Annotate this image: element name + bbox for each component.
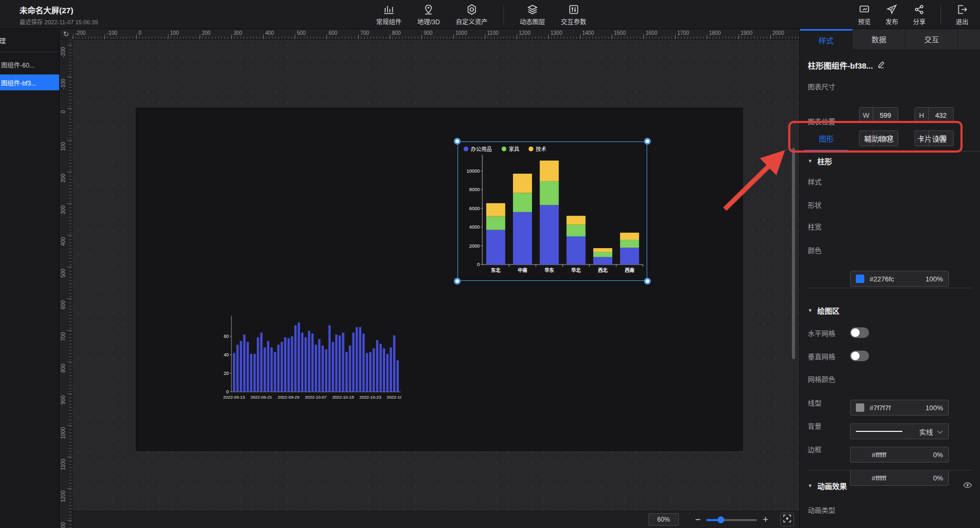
layers-icon <box>527 4 538 15</box>
subtab-card-settings[interactable]: 卡片设置 <box>906 125 958 151</box>
svg-text:华东: 华东 <box>545 267 554 273</box>
tab-style[interactable]: 样式 <box>800 29 853 49</box>
h-grid-label: 水平网格 <box>808 328 850 338</box>
bar-chart-icon <box>383 4 395 15</box>
subtab-graphic[interactable]: 图形 <box>800 125 853 151</box>
resize-handle-bottom-left[interactable] <box>454 278 461 285</box>
layer-item-label: 图组件-bf3... <box>1 78 36 87</box>
color-swatch[interactable] <box>856 275 864 283</box>
preview-button[interactable]: 预览 <box>858 4 871 26</box>
zoom-slider[interactable] <box>706 516 757 523</box>
component-name-row: 柱形图组件-bf38... <box>808 60 885 71</box>
exit-icon <box>956 4 968 15</box>
style-subtabs: 图形 辅助信息 卡片设置 <box>800 125 980 152</box>
background-label: 背景 <box>808 421 850 431</box>
component-name: 柱形图组件-bf38... <box>808 60 873 71</box>
svg-text:2022-09-29: 2022-09-29 <box>278 395 300 400</box>
svg-text:6000: 6000 <box>469 206 480 211</box>
edit-pencil-icon[interactable] <box>878 61 885 70</box>
color-hex-value: #2276fc <box>870 275 894 283</box>
top-header: 未命名大屏(27) 最近保存 2022-11-07 15:06:39 常规组件 … <box>0 0 980 29</box>
sliders-icon <box>568 4 580 15</box>
svg-text:西北: 西北 <box>598 267 608 273</box>
horizontal-ruler: -200-10001002003004005006007008009001000… <box>72 29 799 40</box>
section-divider <box>808 470 972 470</box>
tab-filler <box>958 29 980 49</box>
layer-item-label: 图组件-60... <box>1 60 34 69</box>
toolbar-item-label: 地理/3D <box>417 17 440 26</box>
grid-color-row: 网格颜色 <box>808 371 972 386</box>
toolbar-geo-3d[interactable]: 地理/3D <box>417 4 440 26</box>
bar-style-label: 样式 <box>808 176 850 186</box>
action-label: 预览 <box>858 17 871 26</box>
layer-panel-header: 理 <box>0 29 59 52</box>
toolbar-dynamic-layers[interactable]: 动态图层 <box>520 4 545 26</box>
toolbar-item-label: 常规组件 <box>376 17 402 26</box>
panel-tabs: 样式 数据 交互 <box>800 29 980 49</box>
exit-button[interactable]: 退出 <box>956 4 968 26</box>
collapse-arrow-icon: ▼ <box>808 158 813 164</box>
share-button[interactable]: 分享 <box>913 4 926 26</box>
toolbar-item-label: 自定义资产 <box>456 17 488 26</box>
fit-screen-icon <box>783 514 791 525</box>
mini-bar-chart-component[interactable]: 02040602022-09-132022-09-212022-09-29202… <box>216 313 402 403</box>
bar-shape-label: 形状 <box>808 200 850 210</box>
eye-icon[interactable] <box>963 481 972 491</box>
plot-area-title: 绘图区 <box>817 305 839 316</box>
bar-width-label: 柱宽 <box>808 221 850 231</box>
toolbar-item-label: 动态图层 <box>520 17 545 26</box>
action-label: 分享 <box>913 17 926 26</box>
h-grid-toggle[interactable] <box>850 327 869 338</box>
resize-handle-bottom-right[interactable] <box>644 278 651 285</box>
zoom-in-button[interactable]: + <box>759 514 772 525</box>
svg-text:家具: 家具 <box>509 146 519 152</box>
publish-button[interactable]: 发布 <box>885 4 898 26</box>
svg-text:10000: 10000 <box>466 168 480 174</box>
editor-canvas[interactable]: 办公用品家具技术0200040006000800010000东北中南华东华北西北… <box>72 40 799 528</box>
toolbar-regular-components[interactable]: 常规组件 <box>376 4 402 26</box>
toolbar-item-label: 交互参数 <box>561 17 586 26</box>
canvas-bottom-bar: 60% − + <box>72 511 799 528</box>
layer-item-bar-chart-60[interactable]: 图组件-60... <box>0 56 59 72</box>
layer-panel: 理 图组件-60... 图组件-bf3... <box>0 29 60 528</box>
svg-text:2022-10-07: 2022-10-07 <box>305 395 326 400</box>
fit-to-screen-button[interactable] <box>780 513 794 526</box>
canvas-scrollbar[interactable] <box>792 148 795 359</box>
resize-handle-top-left[interactable] <box>454 138 461 145</box>
config-panel: 样式 数据 交互 柱形图组件-bf38... 图表尺寸 W 599 H 432 <box>799 29 980 528</box>
svg-text:2022-10-31: 2022-10-31 <box>387 395 402 400</box>
tab-data[interactable]: 数据 <box>853 29 906 49</box>
screen-title-block: 未命名大屏(27) 最近保存 2022-11-07 15:06:39 <box>20 4 98 26</box>
ruler-reset-icon[interactable]: ↻ <box>60 29 72 40</box>
animation-section-header[interactable]: ▼ 动画效果 <box>808 480 972 491</box>
bar-section-header[interactable]: ▼ 柱形 <box>808 156 832 166</box>
v-grid-toggle[interactable] <box>850 351 869 361</box>
svg-text:8000: 8000 <box>469 187 480 192</box>
plot-area-section-header[interactable]: ▼ 绘图区 <box>808 305 839 316</box>
toolbar-custom-assets[interactable]: 自定义资产 <box>456 4 488 26</box>
zoom-out-button[interactable]: − <box>692 514 704 525</box>
bar-color-picker[interactable]: #2276fc 100% <box>850 271 949 287</box>
header-actions: 预览 发布 分享 <box>858 0 968 29</box>
publish-icon <box>886 4 898 15</box>
svg-text:60: 60 <box>224 334 229 339</box>
zoom-slider-knob[interactable] <box>717 516 724 523</box>
subtab-auxiliary-info[interactable]: 辅助信息 <box>853 125 906 151</box>
v-grid-row: 垂直网格 <box>808 348 972 364</box>
grid-color-label: 网格颜色 <box>808 374 850 384</box>
background-row: 背景 <box>808 418 972 433</box>
v-grid-label: 垂直网格 <box>808 351 850 361</box>
resize-handle-top-right[interactable] <box>644 138 651 145</box>
toolbar-interaction-params[interactable]: 交互参数 <box>561 4 586 26</box>
chart-size-row: 图表尺寸 <box>808 78 972 94</box>
bar-width-row: 柱宽 <box>808 218 972 234</box>
tab-interaction[interactable]: 交互 <box>906 29 958 49</box>
stacked-bar-chart-component[interactable]: 办公用品家具技术0200040006000800010000东北中南华东华北西北… <box>458 142 647 281</box>
header-divider <box>940 5 941 24</box>
bar-shape-row: 形状 <box>808 196 972 212</box>
chart-position-label: 图表位置 <box>808 116 850 126</box>
layer-item-bar-chart-bf3[interactable]: 图组件-bf3... <box>0 74 59 90</box>
zoom-level-input[interactable]: 60% <box>648 513 679 526</box>
datav-editor: 未命名大屏(27) 最近保存 2022-11-07 15:06:39 常规组件 … <box>0 0 980 528</box>
svg-text:2022-10-23: 2022-10-23 <box>359 395 381 400</box>
